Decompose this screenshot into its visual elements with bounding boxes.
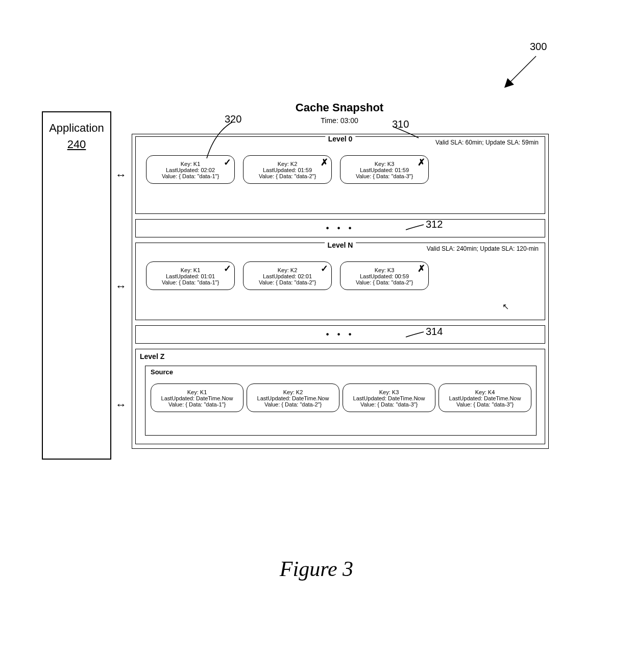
level-z-title: Level Z <box>140 352 164 361</box>
callout-310: 310 <box>392 118 409 130</box>
cache-cell: ✓ Key: K2 LastUpdated: 02:01 Value: { Da… <box>243 261 332 290</box>
cache-outer-box: Level 0 Valid SLA: 60min; Update SLA: 59… <box>132 134 549 449</box>
cell-updated: LastUpdated: 02:02 <box>150 167 231 173</box>
level-0-sla: Valid SLA: 60min; Update SLA: 59min <box>435 139 539 146</box>
source-label: Source <box>151 368 173 376</box>
cell-key: Key: K2 <box>247 161 328 167</box>
cache-cell: ✓ Key: K1 LastUpdated: 01:01 Value: { Da… <box>146 261 235 290</box>
callout-300: 300 <box>530 41 547 53</box>
cell-value: Value: { Data: "data-2"} <box>247 173 328 179</box>
cell-updated: LastUpdated: 01:59 <box>247 167 328 173</box>
level-0-box: Level 0 Valid SLA: 60min; Update SLA: 59… <box>135 136 545 214</box>
cell-key: Key: K3 <box>344 267 425 273</box>
snapshot-title: Cache Snapshot <box>133 101 546 114</box>
figure-page: 300 Application 240 Cache Snapshot Time:… <box>0 0 633 672</box>
cell-key: Key: K4 <box>442 389 528 395</box>
level-z-box: Level Z Source Key: K1 LastUpdated: Date… <box>135 349 545 444</box>
cell-value: Value: { Data: "data-2"} <box>250 401 336 407</box>
cell-key: Key: K1 <box>150 161 231 167</box>
ellipsis-icon: • • • <box>326 224 355 233</box>
cell-key: Key: K1 <box>154 389 240 395</box>
cell-key: Key: K2 <box>250 389 336 395</box>
check-icon: ✓ <box>321 263 328 274</box>
check-icon: ✓ <box>224 157 231 168</box>
cell-updated: LastUpdated: 02:01 <box>247 273 328 279</box>
double-arrow-icon: ↔ <box>115 398 127 412</box>
cell-updated: LastUpdated: 00:59 <box>344 273 425 279</box>
cross-icon: ✗ <box>321 157 328 168</box>
application-number: 240 <box>43 138 110 151</box>
cache-cell: ✗ Key: K2 LastUpdated: 01:59 Value: { Da… <box>243 155 332 184</box>
ellipsis-band: • • • <box>135 325 545 344</box>
cell-updated: LastUpdated: 01:01 <box>150 273 231 279</box>
cross-icon: ✗ <box>418 263 425 274</box>
figure-caption: Figure 3 <box>0 557 633 581</box>
cursor-icon: ↖ <box>502 302 509 311</box>
cache-cell: ✗ Key: K3 LastUpdated: 01:59 Value: { Da… <box>340 155 429 184</box>
cache-cell: Key: K3 LastUpdated: DateTime.Now Value:… <box>343 383 435 412</box>
cache-cell: ✓ Key: K1 LastUpdated: 02:02 Value: { Da… <box>146 155 235 184</box>
svg-line-0 <box>505 56 536 87</box>
cell-updated: LastUpdated: DateTime.Now <box>250 395 336 401</box>
level-n-box: Level N Valid SLA: 240min; Update SLA: 1… <box>135 243 545 320</box>
cell-key: Key: K3 <box>346 389 432 395</box>
cell-value: Value: { Data: "data-1"} <box>150 279 231 285</box>
source-box: Source Key: K1 LastUpdated: DateTime.Now… <box>145 366 537 436</box>
snapshot-time: Time: 03:00 <box>133 116 546 125</box>
cell-value: Value: { Data: "data-3"} <box>346 401 432 407</box>
ellipsis-icon: • • • <box>326 330 355 339</box>
level-0-title: Level 0 <box>325 135 355 143</box>
check-icon: ✓ <box>224 263 231 274</box>
application-label: Application <box>43 122 110 135</box>
cross-icon: ✗ <box>418 157 425 168</box>
level-n-title: Level N <box>325 241 356 249</box>
cache-cell: Key: K1 LastUpdated: DateTime.Now Value:… <box>151 383 244 412</box>
cell-key: Key: K2 <box>247 267 328 273</box>
cell-value: Value: { Data: "data-1"} <box>154 401 240 407</box>
cell-value: Value: { Data: "data-3"} <box>344 173 425 179</box>
cache-cell: ✗ Key: K3 LastUpdated: 00:59 Value: { Da… <box>340 261 429 290</box>
cell-value: Value: { Data: "data-3"} <box>442 401 528 407</box>
callout-320: 320 <box>225 113 241 125</box>
ellipsis-band: • • • <box>135 219 545 237</box>
cache-cell: Key: K4 LastUpdated: DateTime.Now Value:… <box>439 383 531 412</box>
cell-value: Value: { Data: "data-2"} <box>344 279 425 285</box>
cell-updated: LastUpdated: DateTime.Now <box>154 395 240 401</box>
cell-value: Value: { Data: "data-1"} <box>150 173 231 179</box>
cell-value: Value: { Data: "data-2"} <box>247 279 328 285</box>
double-arrow-icon: ↔ <box>115 169 127 182</box>
cell-updated: LastUpdated: 01:59 <box>344 167 425 173</box>
cell-updated: LastUpdated: DateTime.Now <box>442 395 528 401</box>
cell-key: Key: K1 <box>150 267 231 273</box>
level-n-sla: Valid SLA: 240min; Update SLA: 120-min <box>427 245 539 252</box>
application-box: Application 240 <box>42 111 111 460</box>
double-arrow-icon: ↔ <box>115 280 127 293</box>
cell-updated: LastUpdated: DateTime.Now <box>346 395 432 401</box>
cache-cell: Key: K2 LastUpdated: DateTime.Now Value:… <box>247 383 339 412</box>
cell-key: Key: K3 <box>344 161 425 167</box>
